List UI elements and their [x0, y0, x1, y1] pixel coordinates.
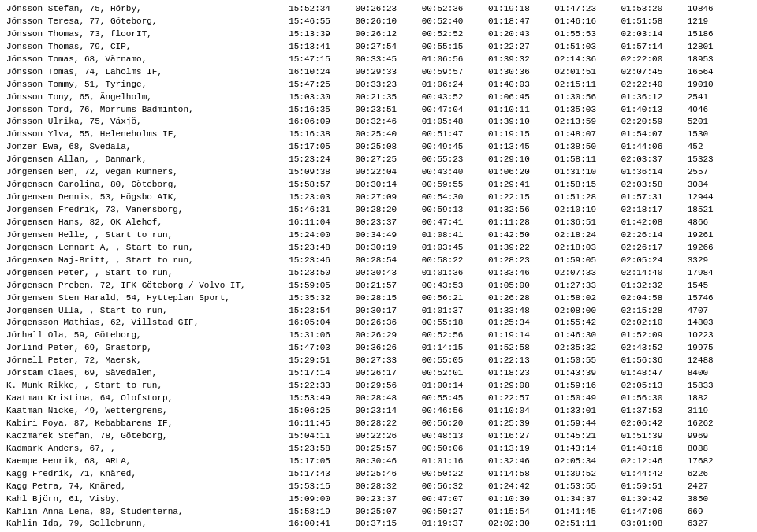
time-1: 15:23:50	[287, 267, 353, 280]
time-6: 02:22:40	[619, 79, 685, 91]
table-row: Jönsson Ulrika, 75, Växjö, 16:06:09 00:3…	[5, 116, 752, 128]
time-1: 15:16:38	[287, 128, 353, 141]
bib-number: 4707	[686, 305, 752, 318]
time-3: 00:50:27	[420, 506, 487, 519]
time-6: 02:03:37	[619, 154, 685, 166]
time-1: 15:04:11	[287, 430, 353, 443]
time-5: 02:35:32	[553, 342, 619, 355]
time-4: 01:33:48	[487, 305, 553, 318]
time-2: 00:25:46	[353, 468, 420, 481]
time-3: 00:56:20	[420, 418, 487, 430]
time-3: 00:55:05	[420, 355, 487, 367]
time-3: 00:59:13	[420, 204, 487, 217]
time-2: 00:30:46	[353, 456, 420, 468]
athlete-name: Kaczmarek Stefan, 78, Göteborg,	[5, 430, 287, 443]
table-row: Jönzer Ewa, 68, Svedala, 15:17:05 00:25:…	[5, 141, 752, 154]
time-5: 01:55:42	[553, 317, 619, 329]
time-3: 01:01:37	[420, 305, 487, 318]
time-6: 01:53:20	[619, 3, 685, 16]
athlete-name: Jönsson Tomas, 68, Värnamo,	[5, 54, 287, 66]
athlete-name: Jörhall Ola, 59, Göteborg,	[5, 329, 287, 342]
time-6: 02:03:58	[619, 179, 685, 192]
time-4: 01:06:45	[487, 91, 553, 104]
time-3: 00:47:04	[420, 104, 487, 117]
time-2: 00:25:57	[353, 443, 420, 456]
time-4: 01:06:20	[487, 166, 553, 179]
time-4: 01:10:11	[487, 104, 553, 117]
time-6: 01:59:51	[619, 481, 685, 493]
time-2: 00:26:12	[353, 28, 420, 41]
time-6: 01:51:58	[619, 16, 685, 28]
time-1: 15:52:34	[287, 3, 353, 16]
time-4: 01:25:39	[487, 418, 553, 430]
time-3: 00:59:57	[420, 66, 487, 79]
bib-number: 19261	[686, 229, 752, 242]
time-6: 01:51:39	[619, 430, 685, 443]
time-1: 15:17:05	[287, 141, 353, 154]
athlete-name: Jörgensen Fredrik, 73, Vänersborg,	[5, 204, 287, 217]
bib-number: 19266	[686, 242, 752, 255]
table-row: Jörgensen Allan, , Danmark, 15:23:24 00:…	[5, 154, 752, 166]
time-6: 01:57:14	[619, 41, 685, 54]
time-6: 01:48:16	[619, 443, 685, 456]
time-1: 15:29:51	[287, 355, 353, 367]
time-2: 00:28:48	[353, 392, 420, 405]
time-3: 00:43:40	[420, 166, 487, 179]
table-row: Kaempe Henrik, 68, ARLA, 15:17:05 00:30:…	[5, 456, 752, 468]
time-6: 02:20:59	[619, 116, 685, 128]
time-2: 00:23:37	[353, 493, 420, 506]
time-2: 00:25:40	[353, 128, 420, 141]
time-5: 01:55:53	[553, 28, 619, 41]
athlete-name: Kahl Björn, 61, Visby,	[5, 493, 287, 506]
time-1: 15:46:31	[287, 204, 353, 217]
time-1: 15:13:39	[287, 28, 353, 41]
time-3: 00:50:06	[420, 443, 487, 456]
table-row: Kabiri Poya, 87, Kebabbarens IF, 16:11:4…	[5, 418, 752, 430]
time-2: 00:23:51	[353, 104, 420, 117]
time-2: 00:33:23	[353, 79, 420, 91]
time-5: 01:31:10	[553, 166, 619, 179]
bib-number: 10223	[686, 329, 752, 342]
bib-number: 9969	[686, 430, 752, 443]
time-6: 02:43:52	[619, 342, 685, 355]
table-row: Jönsson Tomas, 74, Laholms IF, 16:10:24 …	[5, 66, 752, 79]
bib-number: 2557	[686, 166, 752, 179]
athlete-name: Jörstam Claes, 69, Sävedalen,	[5, 367, 287, 380]
time-5: 01:58:11	[553, 154, 619, 166]
time-4: 01:39:22	[487, 242, 553, 255]
time-2: 00:30:19	[353, 242, 420, 255]
time-4: 01:19:15	[487, 128, 553, 141]
time-2: 00:21:35	[353, 91, 420, 104]
time-6: 02:02:10	[619, 317, 685, 329]
time-5: 01:30:56	[553, 91, 619, 104]
time-4: 01:13:45	[487, 141, 553, 154]
time-2: 00:28:32	[353, 481, 420, 493]
time-4: 01:22:15	[487, 192, 553, 204]
athlete-name: Jörgensen Lennart A, , Start to run,	[5, 242, 287, 255]
time-5: 01:36:51	[553, 217, 619, 229]
time-1: 15:31:06	[287, 329, 353, 342]
time-4: 01:30:36	[487, 66, 553, 79]
time-2: 00:34:49	[353, 229, 420, 242]
time-4: 01:24:42	[487, 481, 553, 493]
time-5: 01:43:39	[553, 367, 619, 380]
time-4: 01:32:56	[487, 204, 553, 217]
time-6: 01:56:30	[619, 392, 685, 405]
bib-number: 18521	[686, 204, 752, 217]
time-1: 15:53:15	[287, 481, 353, 493]
time-5: 02:05:34	[553, 456, 619, 468]
time-1: 15:23:46	[287, 255, 353, 267]
time-5: 01:59:05	[553, 255, 619, 267]
time-5: 02:01:51	[553, 66, 619, 79]
time-2: 00:30:17	[353, 305, 420, 318]
bib-number: 19010	[686, 79, 752, 91]
time-2: 00:28:20	[353, 204, 420, 217]
time-6: 01:36:12	[619, 91, 685, 104]
time-2: 00:30:43	[353, 267, 420, 280]
time-5: 01:51:28	[553, 192, 619, 204]
bib-number: 1530	[686, 128, 752, 141]
athlete-name: Kahlin Anna-Lena, 80, Studenterna,	[5, 506, 287, 519]
time-4: 01:10:30	[487, 493, 553, 506]
time-5: 01:27:33	[553, 280, 619, 292]
time-1: 15:23:03	[287, 192, 353, 204]
